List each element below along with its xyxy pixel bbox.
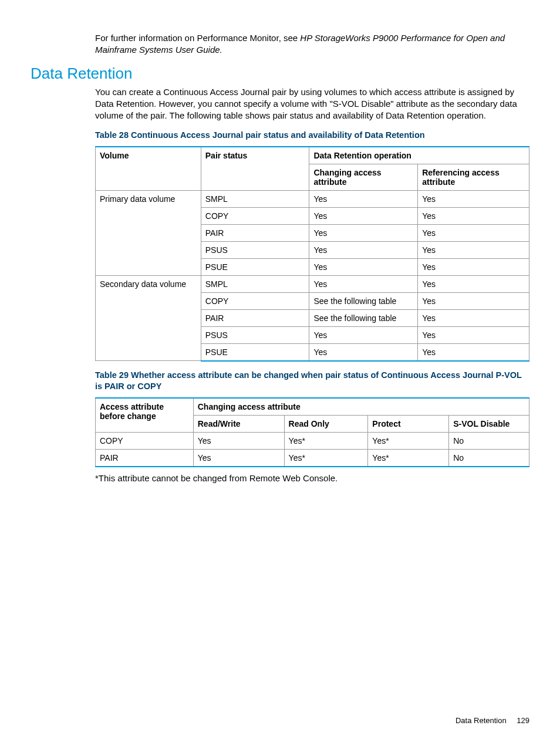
th-referencing: Referencing access attribute [418,164,529,190]
cell-status: COPY [201,292,309,309]
th-before: Access attribute before change [96,398,194,433]
cell-protect: Yes* [368,432,449,449]
table28: Volume Pair status Data Retention operat… [95,146,529,362]
cell-referencing: Yes [418,241,529,258]
th-ro: Read Only [284,415,368,432]
cell-status: COPY [201,207,309,224]
cell-status: PAIR [201,224,309,241]
cell-changing: Yes [309,275,418,292]
cell-changing: Yes [309,343,418,361]
cell-changing: Yes [309,207,418,224]
cell-referencing: Yes [418,343,529,361]
cell-referencing: Yes [418,309,529,326]
cell-status: PSUS [201,241,309,258]
th-protect: Protect [368,415,449,432]
footnote: *This attribute cannot be changed from R… [95,473,529,483]
cell-changing: Yes [309,190,418,207]
th-rw: Read/Write [193,415,284,432]
cell-status: PSUE [201,258,309,275]
cell-changing: Yes [309,224,418,241]
cell-svol: No [449,432,529,449]
th-svol: S-VOL Disable [449,415,529,432]
table28-caption: Table 28 Continuous Access Journal pair … [95,130,529,141]
cell-referencing: Yes [418,292,529,309]
cell-protect: Yes* [368,449,449,467]
cell-status: PSUS [201,326,309,343]
cell-changing: See the following table [309,292,418,309]
cell-status: PSUE [201,343,309,361]
cell-ro: Yes* [284,432,368,449]
cell-referencing: Yes [418,207,529,224]
section-heading: Data Retention [31,65,529,83]
cell-referencing: Yes [418,258,529,275]
cell-status: PAIR [201,309,309,326]
th-operation: Data Retention operation [309,147,529,164]
th-changing: Changing access attribute [193,398,529,416]
footer-page-number: 129 [517,716,529,725]
section-body: You can create a Continuous Access Journ… [95,86,529,122]
intro-prefix: For further information on Performance M… [95,33,300,43]
footer-label: Data Retention [456,716,507,725]
cell-changing: Yes [309,258,418,275]
th-volume: Volume [96,147,201,191]
cell-svol: No [449,449,529,467]
table29: Access attribute before change Changing … [95,397,529,467]
cell-before: PAIR [96,449,194,467]
table29-caption: Table 29 Whether access attribute can be… [95,370,529,393]
cell-referencing: Yes [418,326,529,343]
cell-referencing: Yes [418,190,529,207]
cell-volume: Secondary data volume [96,275,201,361]
cell-status: SMPL [201,190,309,207]
cell-referencing: Yes [418,224,529,241]
cell-before: COPY [96,432,194,449]
th-pair-status: Pair status [201,147,309,191]
cell-changing: Yes [309,326,418,343]
cell-ro: Yes* [284,449,368,467]
page-footer: Data Retention 129 [456,716,529,725]
cell-volume: Primary data volume [96,190,201,275]
intro-paragraph: For further information on Performance M… [95,32,529,56]
cell-changing: Yes [309,241,418,258]
cell-changing: See the following table [309,309,418,326]
cell-rw: Yes [193,449,284,467]
table28-body: Primary data volume SMPL Yes Yes COPY Ye… [96,190,529,361]
cell-status: SMPL [201,275,309,292]
cell-referencing: Yes [418,275,529,292]
cell-rw: Yes [193,432,284,449]
th-changing: Changing access attribute [309,164,418,190]
